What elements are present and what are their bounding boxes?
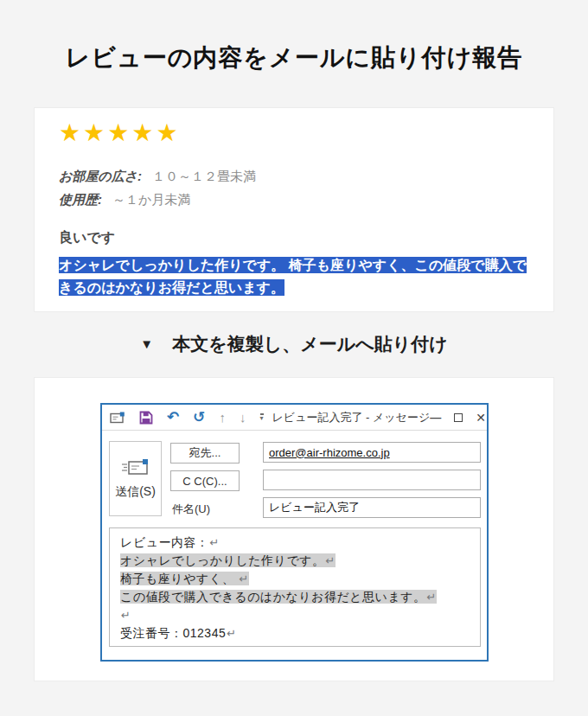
save-icon[interactable] (139, 411, 153, 425)
review-body: オシャレでしっかりした作りです。 椅子も座りやすく、この値段で購入できるのはかな… (59, 254, 529, 299)
down-triangle-icon: ▼ (140, 336, 153, 351)
email-card: ↶ ↺ ↑ ↓ ▾ レビュー記入完了 - メッセージ — ✕ (35, 378, 553, 681)
body-line: ↵ (120, 606, 470, 624)
titlebar: ↶ ↺ ↑ ↓ ▾ レビュー記入完了 - メッセージ — ✕ (102, 405, 487, 431)
review-attribute-row: お部屋の広さ:１０～１２畳未満 (59, 164, 529, 188)
star-rating: ★★★★★ (59, 119, 529, 147)
window-title: レビュー記入完了 - メッセージ (272, 410, 431, 425)
compose-area: 送信(S) 宛先... C C(C)... 件名(U) レビュー内容：↵ オシャ… (102, 431, 487, 660)
body-line: 椅子も座りやすく、 ↵ (120, 570, 470, 588)
review-attribute-row: 使用歴:～１か月未満 (59, 188, 529, 211)
window-controls: — ✕ (430, 411, 486, 425)
return-mark-icon: ↵ (226, 627, 236, 640)
send-button[interactable]: 送信(S) (109, 441, 162, 516)
return-mark-icon: ↵ (120, 609, 131, 622)
return-mark-icon: ↵ (208, 536, 219, 549)
attribute-value: １０～１２畳未満 (152, 169, 256, 183)
maximize-button[interactable] (454, 413, 463, 422)
arrow-caption: ▼本文を複製し、メールへ貼り付け (0, 331, 588, 357)
next-item-icon[interactable]: ↓ (240, 411, 246, 425)
subject-label: 件名(U) (172, 502, 210, 517)
body-line: 受注番号：012345↵ (120, 624, 470, 642)
message-icon (110, 412, 125, 424)
cc-button[interactable]: C C(C)... (170, 470, 240, 491)
return-mark-icon: ↵ (325, 554, 336, 567)
cc-input[interactable] (263, 470, 481, 490)
send-envelope-icon (121, 457, 150, 476)
body-line: レビュー内容：↵ (120, 534, 470, 552)
subject-input[interactable] (263, 497, 481, 518)
page-title: レビューの内容をメールに貼り付け報告 (0, 42, 588, 74)
minimize-button[interactable]: — (430, 411, 441, 424)
close-button[interactable]: ✕ (476, 411, 486, 425)
review-card: ★★★★★ お部屋の広さ:１０～１２畳未満 使用歴:～１か月未満 良いです オシ… (35, 108, 553, 311)
review-attributes: お部屋の広さ:１０～１２畳未満 使用歴:～１か月未満 (59, 164, 529, 211)
attribute-value: ～１か月未満 (112, 192, 190, 207)
review-title: 良いです (59, 229, 529, 246)
previous-item-icon[interactable]: ↑ (220, 411, 227, 425)
to-input[interactable] (263, 442, 481, 463)
attribute-label: 使用歴: (59, 192, 102, 207)
undo-icon[interactable]: ↶ (167, 410, 179, 425)
arrow-caption-text: 本文を複製し、メールへ貼り付け (172, 334, 447, 354)
return-mark-icon: ↵ (239, 572, 249, 585)
message-body[interactable]: レビュー内容：↵ オシャレでしっかりした作りです。↵ 椅子も座りやすく、 ↵ こ… (109, 527, 481, 647)
attribute-label: お部屋の広さ: (59, 169, 142, 183)
return-mark-icon: ↵ (426, 591, 437, 604)
selected-review-text[interactable]: オシャレでしっかりした作りです。 椅子も座りやすく、この値段で購入できるのはかな… (59, 257, 527, 296)
to-button[interactable]: 宛先... (170, 443, 240, 463)
quick-access-dropdown-icon[interactable]: ▾ (260, 413, 264, 421)
page: レビューの内容をメールに貼り付け報告 ★★★★★ お部屋の広さ:１０～１２畳未満… (0, 0, 588, 716)
email-window: ↶ ↺ ↑ ↓ ▾ レビュー記入完了 - メッセージ — ✕ (100, 403, 489, 662)
body-line: オシャレでしっかりした作りです。↵ (120, 552, 470, 570)
body-line: この値段で購入できるのはかなりお得だと思います。↵ (120, 588, 470, 606)
send-button-label: 送信(S) (115, 484, 156, 500)
redo-icon[interactable]: ↺ (193, 410, 205, 425)
